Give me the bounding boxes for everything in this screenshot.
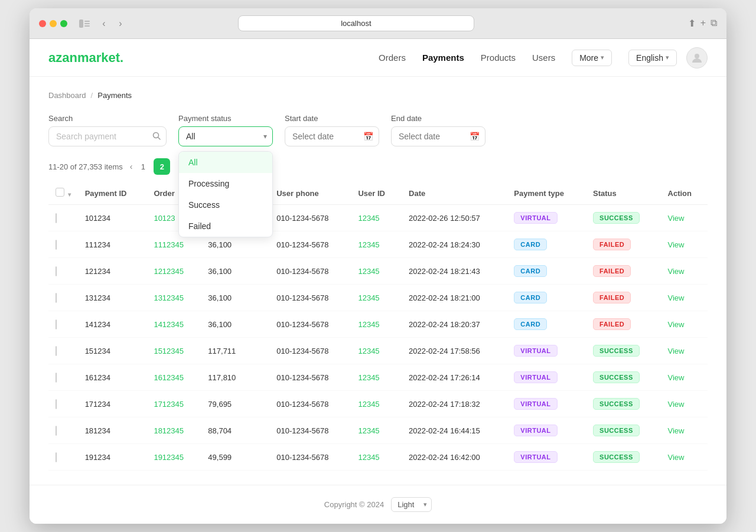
row-checkbox[interactable]: [56, 426, 57, 436]
order-link[interactable]: 1212345: [154, 267, 184, 276]
forward-button[interactable]: ›: [113, 17, 128, 31]
order-link[interactable]: 1812345: [154, 426, 184, 435]
cell-payment-id: 161234: [78, 364, 147, 391]
view-link[interactable]: View: [668, 453, 685, 462]
view-link[interactable]: View: [668, 240, 685, 249]
user-link[interactable]: 12345: [358, 240, 379, 249]
cell-order-id: 1312345: [146, 285, 201, 311]
col-payment-type: Payment type: [507, 182, 586, 205]
breadcrumb-separator: /: [91, 91, 93, 100]
user-link[interactable]: 12345: [358, 214, 379, 223]
order-link[interactable]: 1712345: [154, 400, 184, 409]
end-date-label: End date: [391, 114, 485, 123]
order-link[interactable]: 1412345: [154, 320, 184, 329]
language-label: English: [636, 53, 663, 63]
view-link[interactable]: View: [668, 293, 685, 302]
new-tab-icon[interactable]: +: [700, 18, 706, 29]
cell-date: 2022-02-24 18:20:37: [402, 311, 507, 338]
row-checkbox[interactable]: [56, 319, 57, 329]
more-button[interactable]: More ▾: [572, 50, 612, 66]
row-checkbox[interactable]: [56, 452, 57, 462]
row-checkbox[interactable]: [56, 266, 57, 276]
row-checkbox-cell: [48, 338, 78, 364]
dropdown-option-all[interactable]: All: [179, 152, 272, 173]
view-link[interactable]: View: [668, 373, 685, 382]
status-badge: FAILED: [593, 318, 631, 330]
dropdown-option-processing[interactable]: Processing: [179, 173, 272, 194]
cell-order-price: 79,695: [201, 391, 269, 417]
cell-payment-type: VIRTUAL: [507, 391, 586, 417]
row-checkbox[interactable]: [56, 240, 57, 250]
row-checkbox-cell: [48, 205, 78, 231]
cell-user-phone: 010-1234-5678: [269, 285, 351, 311]
view-link[interactable]: View: [668, 320, 685, 329]
theme-select[interactable]: Light Dark: [391, 497, 432, 512]
cell-payment-type: CARD: [507, 311, 586, 338]
order-link[interactable]: 1512345: [154, 347, 184, 355]
address-bar[interactable]: localhost: [238, 15, 474, 31]
language-button[interactable]: English ▾: [628, 50, 677, 66]
maximize-button[interactable]: [60, 20, 67, 27]
user-link[interactable]: 12345: [358, 373, 379, 382]
view-link[interactable]: View: [668, 267, 685, 276]
dropdown-option-success[interactable]: Success: [179, 194, 272, 216]
avatar[interactable]: [686, 47, 708, 68]
nav-products[interactable]: Products: [481, 53, 516, 63]
order-link[interactable]: 1612345: [154, 373, 184, 382]
payment-type-badge: CARD: [514, 318, 547, 330]
view-link[interactable]: View: [668, 347, 685, 355]
page-2-button[interactable]: 2: [154, 158, 170, 175]
page-1-button[interactable]: 1: [135, 158, 151, 175]
user-link[interactable]: 12345: [358, 426, 379, 435]
user-link[interactable]: 12345: [358, 347, 379, 355]
select-all-checkbox[interactable]: [56, 188, 64, 197]
top-nav: azanmarket. Orders Payments Products Use…: [30, 39, 726, 77]
row-checkbox[interactable]: [56, 373, 57, 383]
row-checkbox-cell: [48, 364, 78, 391]
prev-page-button[interactable]: ‹: [130, 162, 133, 171]
user-link[interactable]: 12345: [358, 400, 379, 409]
cell-status: SUCCESS: [586, 444, 660, 471]
nav-users[interactable]: Users: [532, 53, 555, 63]
row-checkbox[interactable]: [56, 399, 57, 409]
cell-user-id: 12345: [351, 364, 402, 391]
row-checkbox[interactable]: [56, 293, 57, 303]
end-date-input[interactable]: [391, 126, 485, 146]
cell-user-phone: 010-1234-5678: [269, 231, 351, 258]
order-link[interactable]: 1312345: [154, 293, 184, 302]
view-link[interactable]: View: [668, 426, 685, 435]
start-date-input[interactable]: [285, 126, 379, 146]
status-select[interactable]: All Processing Success Failed: [178, 126, 273, 146]
end-date-wrap: 📅: [391, 126, 485, 146]
user-link[interactable]: 12345: [358, 320, 379, 329]
windows-icon[interactable]: ⧉: [711, 18, 717, 29]
view-link[interactable]: View: [668, 214, 685, 223]
view-link[interactable]: View: [668, 400, 685, 409]
order-link[interactable]: 1912345: [154, 453, 184, 462]
row-checkbox[interactable]: [56, 346, 57, 356]
minimize-button[interactable]: [50, 20, 57, 27]
share-icon[interactable]: ⬆: [688, 18, 696, 29]
search-input[interactable]: [48, 126, 167, 146]
cell-date: 2022-02-24 17:58:56: [402, 338, 507, 364]
user-link[interactable]: 12345: [358, 267, 379, 276]
nav-payments[interactable]: Payments: [422, 53, 464, 63]
cell-payment-id: 181234: [78, 417, 147, 444]
order-link[interactable]: 1112345: [154, 240, 184, 249]
back-button[interactable]: ‹: [97, 17, 111, 31]
row-checkbox[interactable]: [56, 213, 57, 223]
nav-orders[interactable]: Orders: [379, 53, 406, 63]
status-badge: FAILED: [593, 292, 631, 303]
user-link[interactable]: 12345: [358, 453, 379, 462]
breadcrumb-home[interactable]: Dashboard: [48, 91, 86, 100]
cell-payment-id: 131234: [78, 285, 147, 311]
sidebar-toggle[interactable]: [79, 19, 90, 28]
user-link[interactable]: 12345: [358, 293, 379, 302]
cell-status: FAILED: [586, 285, 660, 311]
language-chevron-icon: ▾: [666, 54, 669, 61]
order-link[interactable]: 10123: [154, 214, 175, 223]
cell-action: View: [661, 364, 708, 391]
dropdown-option-failed[interactable]: Failed: [179, 216, 272, 237]
close-button[interactable]: [39, 20, 46, 27]
search-icon-button[interactable]: [152, 132, 161, 142]
